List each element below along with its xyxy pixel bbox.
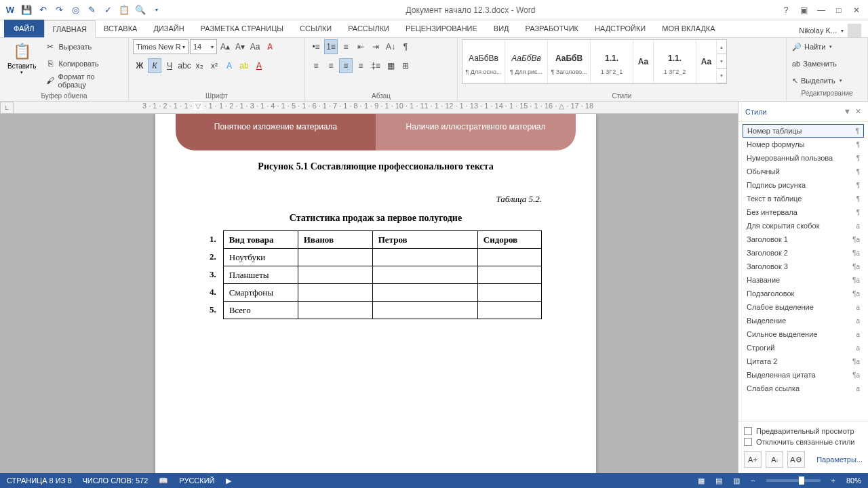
shrink-font-icon[interactable]: A▾	[233, 39, 247, 54]
borders-icon[interactable]: ⊞	[399, 58, 412, 73]
decrease-indent-icon[interactable]: ⇤	[354, 39, 368, 54]
style-list-item[interactable]: Заголовок 3¶a	[743, 260, 864, 273]
tab-layout[interactable]: РАЗМЕТКА СТРАНИЦЫ	[193, 20, 292, 37]
text-effects-icon[interactable]: A	[222, 58, 236, 73]
pane-close-icon[interactable]: ✕	[855, 107, 861, 116]
user-avatar-icon[interactable]	[848, 24, 861, 37]
tab-dev[interactable]: РАЗРАБОТЧИК	[517, 20, 587, 37]
align-right-icon[interactable]: ≡	[339, 58, 353, 73]
style-list-item[interactable]: Цитата 2¶a	[743, 354, 864, 368]
style-list-item[interactable]: Заголовок 2¶a	[743, 246, 864, 260]
align-left-icon[interactable]: ≡	[309, 58, 323, 73]
help-icon[interactable]: ?	[778, 3, 793, 17]
style-list-item[interactable]: Номер таблицы¶	[743, 124, 864, 138]
numbering-icon[interactable]: 1≡	[324, 39, 338, 54]
horizontal-ruler[interactable]: 3 · 1 · 2 · 1 · 1 · ▽ · 1 · 1 · 2 · 1 · …	[14, 102, 738, 114]
justify-icon[interactable]: ≡	[354, 58, 368, 73]
close-icon[interactable]: ✕	[849, 3, 864, 17]
ribbon-options-icon[interactable]: ▣	[796, 3, 811, 17]
tab-mail[interactable]: РАССЫЛКИ	[340, 20, 397, 37]
maximize-icon[interactable]: □	[831, 3, 846, 17]
style-list-item[interactable]: Слабая ссылкаa	[743, 382, 864, 395]
style-list-item[interactable]: Подпись рисунка¶	[743, 178, 864, 192]
word-count[interactable]: ЧИСЛО СЛОВ: 572	[83, 476, 149, 485]
qat-icon[interactable]: ◎	[68, 3, 83, 18]
format-painter-button[interactable]: 🖌Формат по образцу	[42, 73, 124, 88]
redo-icon[interactable]: ↷	[52, 3, 66, 18]
select-button[interactable]: ↖Выделить▾	[792, 73, 862, 88]
manage-styles-button[interactable]: A⚙	[787, 451, 805, 468]
align-center-icon[interactable]: ≡	[324, 58, 338, 73]
clear-format-icon[interactable]: A̷	[263, 39, 277, 54]
copy-button[interactable]: ⎘Копировать	[42, 56, 124, 71]
tab-mytab[interactable]: МОЯ ВКЛАДКА	[654, 20, 723, 37]
style-list-item[interactable]: Нумерованный пользова¶	[743, 151, 864, 165]
style-item[interactable]: Аа	[696, 40, 717, 83]
preview-checkbox[interactable]: Предварительный просмотр	[744, 427, 863, 435]
style-item[interactable]: 1.1.1 3Г2_2	[654, 40, 696, 83]
style-list-item[interactable]: Номер формулы¶	[743, 138, 864, 151]
tab-insert[interactable]: ВСТАВКА	[96, 20, 145, 37]
style-item[interactable]: АаБбВ¶ Заголово...	[548, 40, 591, 83]
language-status[interactable]: РУССКИЙ	[179, 476, 214, 485]
style-item[interactable]: 1.1.1 3Г2_1	[591, 40, 633, 83]
show-marks-icon[interactable]: ¶	[399, 39, 412, 54]
style-list-item[interactable]: Подзаголовок¶a	[743, 287, 864, 300]
sort-icon[interactable]: A↓	[384, 39, 397, 54]
style-list-item[interactable]: Строгийa	[743, 341, 864, 354]
style-list-item[interactable]: Текст в таблице¶	[743, 192, 864, 205]
view-read-icon[interactable]: ▦	[698, 476, 705, 485]
superscript-icon[interactable]: x²	[208, 58, 221, 73]
font-name-combo[interactable]: Times New R▾	[133, 39, 189, 54]
shading-icon[interactable]: ▦	[384, 58, 397, 73]
macro-icon[interactable]: ▶	[226, 476, 231, 485]
tab-addins[interactable]: НАДСТРОЙКИ	[587, 20, 654, 37]
line-spacing-icon[interactable]: ‡≡	[369, 58, 382, 73]
qat-icon[interactable]: ✓	[100, 3, 115, 18]
view-print-icon[interactable]: ▤	[715, 476, 722, 485]
data-table[interactable]: Вид товара Иванов Петров Сидоров Ноутбук…	[223, 230, 542, 319]
font-color-icon[interactable]: A	[252, 58, 266, 73]
grow-font-icon[interactable]: A▴	[218, 39, 232, 54]
style-list-item[interactable]: Обычный¶	[743, 165, 864, 178]
zoom-out-icon[interactable]: −	[751, 476, 755, 485]
qat-icon[interactable]: 🔍	[133, 3, 148, 18]
pane-dropdown-icon[interactable]: ▼	[844, 107, 851, 116]
minimize-icon[interactable]: —	[814, 3, 829, 17]
save-icon[interactable]: 💾	[19, 3, 34, 18]
style-list-item[interactable]: Выделенная цитата¶a	[743, 368, 864, 382]
zoom-slider[interactable]	[766, 479, 821, 482]
style-inspector-button[interactable]: Aᵢ	[766, 451, 783, 468]
style-list-item[interactable]: Для сокрытия скобокa	[743, 219, 864, 232]
style-list-item[interactable]: Сильное выделениеa	[743, 327, 864, 341]
parameters-link[interactable]: Параметры...	[816, 455, 863, 464]
style-list-item[interactable]: Слабое выделениеa	[743, 300, 864, 314]
styles-gallery[interactable]: АаБбВв¶ Для осно... АаБбВв¶ Для рис... А…	[462, 39, 727, 84]
gallery-scroll[interactable]: ▴▾▾	[717, 40, 726, 83]
style-item[interactable]: Аа	[633, 40, 654, 83]
style-item[interactable]: АаБбВв¶ Для осно...	[462, 40, 505, 83]
qat-icon[interactable]: 📋	[117, 3, 132, 18]
strike-icon[interactable]: abc	[178, 58, 191, 73]
spelling-icon[interactable]: 📖	[159, 476, 168, 485]
bullets-icon[interactable]: •≡	[309, 39, 323, 54]
tab-file[interactable]: ФАЙЛ	[4, 20, 44, 37]
tab-review[interactable]: РЕЦЕНЗИРОВАНИЕ	[397, 20, 486, 37]
tab-home[interactable]: ГЛАВНАЯ	[44, 20, 96, 38]
underline-icon[interactable]: Ч	[163, 58, 176, 73]
zoom-in-icon[interactable]: +	[831, 476, 835, 485]
italic-icon[interactable]: К	[148, 58, 161, 73]
tab-design[interactable]: ДИЗАЙН	[145, 20, 192, 37]
style-list-item[interactable]: Название¶a	[743, 273, 864, 287]
ruler-corner[interactable]: L	[0, 102, 14, 114]
replace-button[interactable]: abЗаменить	[792, 56, 862, 71]
document-scroll[interactable]: Понятное изложение материала Наличие илл…	[14, 114, 738, 473]
smartart-shape[interactable]: Понятное изложение материала Наличие илл…	[176, 114, 576, 150]
style-list[interactable]: Номер таблицы¶Номер формулы¶Нумерованный…	[738, 122, 868, 421]
increase-indent-icon[interactable]: ⇥	[369, 39, 382, 54]
page-status[interactable]: СТРАНИЦА 8 ИЗ 8	[7, 476, 72, 485]
qat-dropdown-icon[interactable]: ▾	[149, 3, 164, 18]
change-case-icon[interactable]: Aa	[248, 39, 262, 54]
font-size-combo[interactable]: 14▾	[190, 39, 217, 54]
new-style-button[interactable]: A+	[744, 451, 762, 468]
